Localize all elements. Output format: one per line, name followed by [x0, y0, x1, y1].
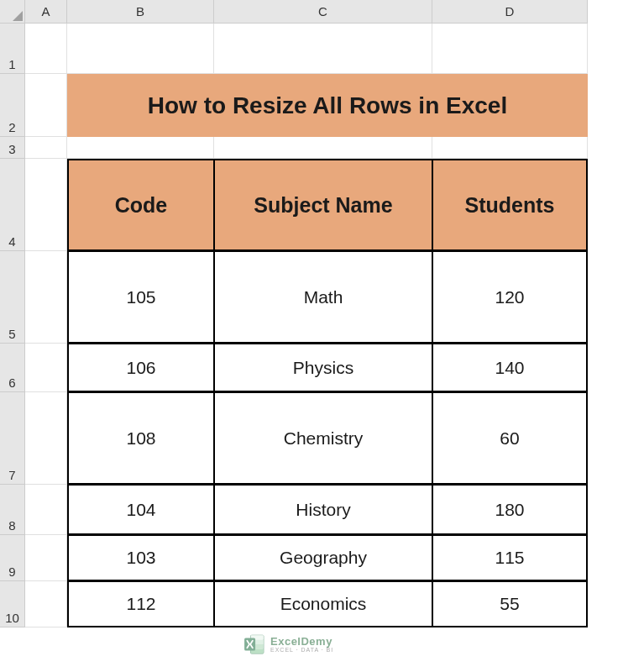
watermark-name: ExcelDemy: [270, 636, 333, 647]
svg-rect-3: [251, 644, 264, 648]
svg-rect-4: [251, 648, 264, 653]
watermark-text: ExcelDemy EXCEL · DATA · BI: [270, 636, 333, 653]
table-cell-code-2[interactable]: 106: [67, 344, 214, 392]
table-cell-subject-6[interactable]: Economics: [214, 581, 432, 627]
table-cell-code-4[interactable]: 104: [67, 485, 214, 535]
row-header-3[interactable]: 3: [0, 137, 25, 159]
svg-rect-0: [251, 635, 264, 654]
cell-A9[interactable]: [25, 535, 67, 581]
column-header-C[interactable]: C: [214, 0, 432, 24]
cell-D3[interactable]: [432, 137, 588, 159]
row-header-2[interactable]: 2: [0, 74, 25, 137]
row-header-6[interactable]: 6: [0, 344, 25, 392]
row-header-7[interactable]: 7: [0, 392, 25, 485]
row-header-1[interactable]: 1: [0, 24, 25, 74]
row-header-4[interactable]: 4: [0, 159, 25, 251]
table-cell-subject-3[interactable]: Chemistry: [214, 392, 432, 485]
cell-A5[interactable]: [25, 251, 67, 344]
table-header-students[interactable]: Students: [432, 159, 588, 251]
cell-A6[interactable]: [25, 344, 67, 392]
cell-A7[interactable]: [25, 392, 67, 485]
table-cell-subject-1[interactable]: Math: [214, 251, 432, 344]
cell-B3[interactable]: [67, 137, 214, 159]
cell-A8[interactable]: [25, 485, 67, 535]
cell-A2[interactable]: [25, 74, 67, 137]
row-header-9[interactable]: 9: [0, 535, 25, 581]
cell-B1[interactable]: [67, 24, 214, 74]
title-merged-cell[interactable]: How to Resize All Rows in Excel: [67, 74, 588, 137]
cell-D1[interactable]: [432, 24, 588, 74]
table-header-code[interactable]: Code: [67, 159, 214, 251]
cell-A4[interactable]: [25, 159, 67, 251]
table-cell-students-1[interactable]: 120: [432, 251, 588, 344]
column-header-D[interactable]: D: [432, 0, 588, 24]
table-cell-students-3[interactable]: 60: [432, 392, 588, 485]
table-cell-code-1[interactable]: 105: [67, 251, 214, 344]
cell-C3[interactable]: [214, 137, 432, 159]
svg-rect-1: [251, 635, 264, 639]
table-cell-code-6[interactable]: 112: [67, 581, 214, 627]
excel-logo-icon: [243, 633, 265, 655]
row-header-5[interactable]: 5: [0, 251, 25, 344]
row-header-8[interactable]: 8: [0, 485, 25, 535]
cell-A1[interactable]: [25, 24, 67, 74]
table-cell-code-5[interactable]: 103: [67, 535, 214, 581]
svg-rect-2: [251, 640, 264, 644]
spreadsheet-grid: A B C D 1 2 3 4 5 6 7 8 9 10 How to Resi…: [0, 0, 644, 627]
cell-C1[interactable]: [214, 24, 432, 74]
column-header-B[interactable]: B: [67, 0, 214, 24]
row-header-10[interactable]: 10: [0, 581, 25, 627]
watermark-tagline: EXCEL · DATA · BI: [270, 647, 333, 653]
select-all-corner[interactable]: [0, 0, 25, 24]
table-cell-students-2[interactable]: 140: [432, 344, 588, 392]
column-header-A[interactable]: A: [25, 0, 67, 24]
table-cell-students-4[interactable]: 180: [432, 485, 588, 535]
table-cell-students-6[interactable]: 55: [432, 581, 588, 627]
cell-A3[interactable]: [25, 137, 67, 159]
table-header-subject[interactable]: Subject Name: [214, 159, 432, 251]
table-cell-subject-2[interactable]: Physics: [214, 344, 432, 392]
table-cell-subject-4[interactable]: History: [214, 485, 432, 535]
table-cell-students-5[interactable]: 115: [432, 535, 588, 581]
table-cell-subject-5[interactable]: Geography: [214, 535, 432, 581]
svg-rect-5: [244, 638, 255, 650]
watermark: ExcelDemy EXCEL · DATA · BI: [243, 633, 333, 655]
table-cell-code-3[interactable]: 108: [67, 392, 214, 485]
cell-A10[interactable]: [25, 581, 67, 627]
